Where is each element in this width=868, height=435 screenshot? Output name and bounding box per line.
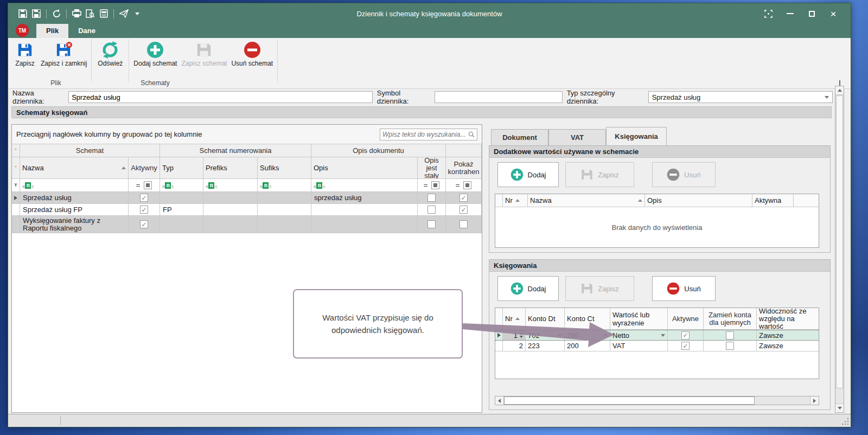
checkbox[interactable] (726, 342, 734, 350)
spinner-icon[interactable] (520, 332, 523, 338)
band-opis-dokumentu[interactable]: Opis dokumentu (311, 144, 446, 157)
column-header-wartosc[interactable]: Wartość lub wyrażenie (610, 308, 668, 329)
zapisz-button[interactable]: Zapisz (11, 38, 39, 67)
column-header-zamien-konta[interactable]: Zamień konta dla ujemnych (704, 308, 757, 329)
column-header-nr[interactable]: Nr (503, 308, 526, 329)
table-row[interactable]: Sprzedaż usług sprzedaż usług (12, 192, 482, 204)
checkbox[interactable] (140, 194, 148, 202)
nazwa-dziennika-input[interactable] (68, 91, 373, 103)
cell-widocznosc[interactable]: Zawsze (757, 341, 820, 351)
cell-aktywne[interactable] (668, 341, 704, 351)
cell-nr[interactable]: 2 (503, 341, 526, 351)
cell-zamien-konta[interactable] (704, 330, 757, 340)
column-header-nazwa[interactable]: Nazwa (20, 157, 129, 178)
dodaj-button[interactable]: Dodaj (497, 276, 559, 301)
cell-prefiks[interactable] (203, 204, 258, 215)
cell-aktywny[interactable] (129, 192, 160, 203)
refresh-icon[interactable] (52, 9, 61, 18)
resize-grip-icon[interactable] (841, 418, 849, 425)
cell-aktywne[interactable] (668, 330, 704, 340)
odswiez-button[interactable]: Odśwież (94, 38, 126, 67)
cell-sufiks[interactable] (258, 216, 311, 233)
zapisz-i-zamknij-button[interactable]: Zapisz i zamknij (39, 38, 89, 67)
filter-nazwa[interactable] (20, 179, 129, 191)
cell-nazwa[interactable]: Sprzedaż usług (20, 192, 129, 203)
cell-opis[interactable] (311, 204, 418, 215)
checkbox[interactable] (140, 206, 148, 214)
checkbox[interactable] (427, 220, 436, 228)
cell-sufiks[interactable] (258, 192, 311, 203)
usun-button[interactable]: Usuń (652, 276, 716, 301)
fullscreen-icon[interactable] (757, 5, 779, 22)
column-header-aktywny[interactable]: Aktywny (129, 157, 160, 178)
symbol-dziennika-input[interactable] (435, 91, 562, 103)
maximize-button[interactable] (801, 5, 822, 22)
cell-opis-jest-staly[interactable] (418, 216, 446, 233)
column-header-aktywne[interactable]: Aktywne (668, 308, 704, 329)
cell-opis[interactable]: sprzedaż usług (311, 192, 418, 203)
cell-zamien-konta[interactable] (704, 341, 757, 351)
tab-ksiegowania[interactable]: Księgowania (606, 127, 667, 145)
send-icon[interactable] (119, 9, 129, 18)
cell-pokaz-kontrahenta[interactable] (446, 192, 482, 203)
column-header-sufiks[interactable]: Sufiks (258, 157, 311, 178)
column-header-konto-ct[interactable]: Konto Ct (565, 308, 610, 329)
filter-icon[interactable] (12, 179, 20, 191)
cell-opis-jest-staly[interactable] (418, 204, 446, 215)
cell-aktywny[interactable] (129, 204, 160, 215)
cell-nazwa[interactable]: Sprzedaż usług FP (20, 204, 129, 215)
typ-szczegolny-select[interactable]: Sprzedaż usług (648, 91, 833, 103)
table-row[interactable]: Wyksięgowanie faktury z Raportu fiskalne… (12, 216, 482, 233)
band-schemat[interactable]: Schemat (20, 144, 160, 157)
column-header-pokaz-kontrahenta[interactable]: Pokaż kontrahen (446, 157, 482, 178)
column-header-nazwa[interactable]: Nazwa (528, 194, 645, 207)
cell-pokaz-kontrahenta[interactable] (446, 216, 482, 233)
checkbox[interactable] (427, 206, 436, 214)
table-row[interactable]: 2 223 200 VAT Zawsze (495, 341, 819, 351)
cell-wartosc[interactable]: VAT (610, 341, 668, 351)
cell-prefiks[interactable] (203, 216, 258, 233)
cell-sufiks[interactable] (258, 204, 311, 215)
column-header-opis[interactable]: Opis (645, 194, 752, 207)
chevron-down-icon[interactable] (603, 334, 608, 337)
save-close-icon[interactable] (31, 9, 41, 18)
column-header-konto-dt[interactable]: Konto Dt (526, 308, 565, 329)
checkbox[interactable] (681, 342, 690, 350)
cell-nazwa[interactable]: Wyksięgowanie faktury z Raportu fiskalne… (20, 216, 129, 233)
chevron-down-icon[interactable] (661, 334, 665, 337)
cell-typ[interactable] (160, 216, 203, 233)
cell-prefiks[interactable] (203, 192, 258, 203)
column-header-prefiks[interactable]: Prefiks (203, 157, 258, 178)
filter-aktywny[interactable] (129, 179, 160, 191)
close-button[interactable]: × (822, 5, 844, 22)
checkbox[interactable] (427, 194, 436, 202)
cell-typ[interactable]: FP (160, 204, 203, 215)
band-schemat-numerowania[interactable]: Schemat numerowania (160, 144, 311, 157)
filter-sufiks[interactable] (258, 179, 311, 191)
column-header-nr[interactable]: Nr (503, 194, 528, 207)
column-header-widocznosc[interactable]: Widoczność ze względu na wartość (757, 308, 820, 329)
usun-schemat-button[interactable]: Usuń schemat (229, 38, 275, 67)
dodaj-schemat-button[interactable]: Dodaj schemat (131, 38, 179, 67)
pdf-export-icon[interactable] (99, 9, 108, 18)
horizontal-scrollbar[interactable] (495, 396, 819, 405)
filter-opis[interactable] (311, 179, 418, 191)
table-row[interactable]: 1 702 200 Netto Zawsze (495, 330, 819, 341)
grid-search-box[interactable] (380, 129, 477, 140)
cell-konto-ct[interactable]: 200 (565, 341, 610, 351)
cell-konto-ct[interactable]: 200 (565, 330, 610, 340)
tab-vat[interactable]: VAT (548, 129, 606, 145)
dropdown-icon[interactable] (132, 9, 142, 18)
group-by-bar[interactable]: Przeciągnij nagłówek kolumny by grupować… (12, 125, 482, 144)
cell-opis[interactable] (311, 216, 418, 233)
checkbox[interactable] (140, 220, 148, 228)
cell-aktywny[interactable] (129, 216, 160, 233)
scrollbar-thumb[interactable] (504, 396, 755, 405)
dodaj-button[interactable]: Dodaj (497, 162, 559, 187)
column-header-aktywna[interactable]: Aktywna (752, 194, 794, 207)
filter-pokaz-kontrahenta[interactable] (446, 179, 482, 191)
scroll-left-icon[interactable] (495, 396, 504, 405)
scrollbar-thumb[interactable] (836, 95, 843, 388)
checkbox[interactable] (726, 331, 734, 340)
vertical-scrollbar[interactable] (835, 86, 844, 413)
